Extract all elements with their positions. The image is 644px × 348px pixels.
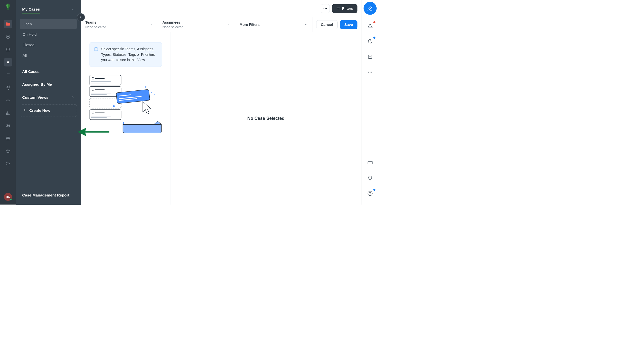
annotation-arrow-icon [78, 127, 110, 138]
filter-icon [336, 6, 340, 11]
filter-more[interactable]: More Filters [235, 17, 312, 32]
folder-icon[interactable] [4, 20, 12, 28]
keyboard-icon[interactable] [366, 159, 374, 167]
svg-point-11 [325, 8, 326, 9]
avatar-initials: RG [6, 195, 10, 198]
filter-more-label: More Filters [239, 23, 260, 27]
my-cases-heading[interactable]: My Cases [20, 5, 77, 16]
user-avatar[interactable]: RG [4, 193, 12, 201]
svg-point-5 [6, 162, 7, 163]
info-text: Select specific Teams, Assignees, Types,… [101, 46, 158, 63]
sidebar-all-cases[interactable]: All Cases [20, 67, 77, 76]
status-online-icon [10, 198, 12, 201]
chevron-down-icon [227, 22, 230, 27]
chevron-down-icon [150, 22, 153, 27]
sidebar-item-all[interactable]: All [20, 50, 77, 61]
svg-point-8 [6, 164, 7, 165]
filters-label: Filters [342, 6, 353, 11]
filter-teams[interactable]: Teams None selected [81, 17, 158, 32]
svg-point-26 [368, 72, 369, 73]
compose-button[interactable] [364, 2, 377, 15]
filters-button[interactable]: Filters [332, 4, 357, 13]
add-note-icon[interactable] [366, 53, 374, 61]
empty-state-text: No Case Selected [247, 116, 285, 121]
svg-rect-29 [368, 161, 372, 164]
filter-teams-sub: None selected [85, 25, 106, 29]
chart-icon[interactable] [4, 109, 12, 117]
svg-point-27 [370, 72, 371, 73]
sidebar-assigned-by-me[interactable]: Assigned By Me [20, 79, 77, 89]
svg-point-9 [8, 165, 8, 165]
info-callout: Select specific Teams, Assignees, Types,… [90, 42, 162, 67]
chevron-down-icon [304, 22, 308, 27]
briefcase-icon[interactable] [4, 134, 12, 143]
right-rail [361, 0, 379, 205]
svg-point-28 [371, 72, 372, 73]
activity-icon[interactable] [366, 37, 374, 45]
more-options-button[interactable] [321, 4, 330, 13]
svg-point-10 [324, 8, 324, 9]
lightbulb-icon[interactable] [366, 174, 374, 182]
svg-point-7 [9, 163, 10, 164]
topbar: Filters [81, 0, 361, 17]
svg-point-1 [6, 35, 10, 38]
compass-icon[interactable] [4, 32, 12, 41]
sidebar-item-closed[interactable]: Closed [20, 40, 77, 50]
cancel-button[interactable]: Cancel [316, 20, 338, 29]
svg-point-2 [7, 124, 8, 126]
svg-point-12 [326, 8, 327, 9]
sidebar: My Cases Open On Hold Closed All All Cas… [16, 0, 81, 205]
svg-rect-18 [90, 98, 121, 108]
collapse-sidebar-button[interactable] [77, 13, 85, 21]
create-new-label: Create New [29, 108, 50, 113]
svg-point-22 [151, 92, 152, 93]
help-icon[interactable] [366, 189, 374, 197]
inbox-icon[interactable] [4, 45, 12, 54]
filter-teams-label: Teams [85, 20, 106, 24]
send-icon[interactable] [4, 83, 12, 92]
users-icon[interactable] [4, 121, 12, 130]
sidebar-item-open[interactable]: Open [20, 19, 77, 29]
svg-rect-4 [6, 138, 10, 140]
empty-illustration [90, 75, 162, 135]
svg-rect-19 [90, 110, 121, 120]
chevron-up-icon [71, 95, 75, 100]
filter-assignees-sub: None selected [163, 25, 183, 29]
create-new-button[interactable]: Create New [20, 104, 77, 117]
sidebar-item-on-hold[interactable]: On Hold [20, 29, 77, 40]
my-cases-label: My Cases [22, 7, 40, 13]
svg-point-3 [9, 125, 10, 126]
svg-rect-14 [90, 75, 121, 85]
chevron-up-icon [71, 8, 75, 13]
svg-point-23 [154, 94, 155, 94]
logo-icon[interactable] [4, 3, 12, 11]
detail-column: No Case Selected [171, 32, 361, 205]
main: Filters Teams None selected Assignees No… [81, 0, 361, 205]
list-icon[interactable] [4, 71, 12, 79]
svg-point-6 [8, 162, 8, 163]
case-management-report[interactable]: Case Management Report [20, 190, 77, 200]
alerts-icon[interactable] [366, 22, 374, 30]
audio-icon[interactable] [4, 96, 12, 105]
filter-assignees[interactable]: Assignees None selected [158, 17, 235, 32]
content: Select specific Teams, Assignees, Types,… [81, 32, 361, 205]
custom-views-label: Custom Views [22, 95, 48, 100]
icon-rail: RG [0, 0, 16, 205]
filter-assignees-label: Assignees [163, 20, 183, 24]
plus-icon [23, 108, 27, 113]
svg-rect-0 [8, 8, 9, 10]
apps-icon[interactable] [4, 160, 12, 168]
list-column: Select specific Teams, Assignees, Types,… [81, 32, 171, 205]
save-button[interactable]: Save [340, 20, 357, 29]
filter-actions: Cancel Save [312, 17, 361, 32]
custom-views-heading[interactable]: Custom Views [20, 92, 77, 103]
info-icon [94, 47, 98, 51]
star-icon[interactable] [4, 147, 12, 155]
filter-bar: Teams None selected Assignees None selec… [81, 17, 361, 32]
more-icon[interactable] [366, 68, 374, 76]
pin-icon[interactable] [4, 58, 12, 66]
